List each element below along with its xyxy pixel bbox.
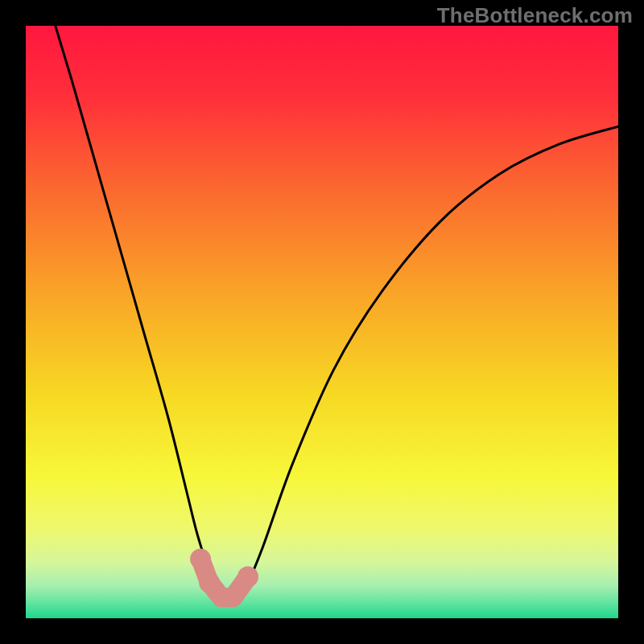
watermark-text: TheBottleneck.com	[437, 3, 633, 28]
bottleneck-chart	[26, 26, 618, 618]
highlight-dot	[237, 566, 258, 587]
highlight-dot	[190, 548, 211, 569]
chart-frame: TheBottleneck.com	[0, 0, 644, 644]
highlight-dot	[199, 572, 220, 593]
plot-area	[26, 26, 618, 618]
gradient-background	[26, 26, 618, 618]
